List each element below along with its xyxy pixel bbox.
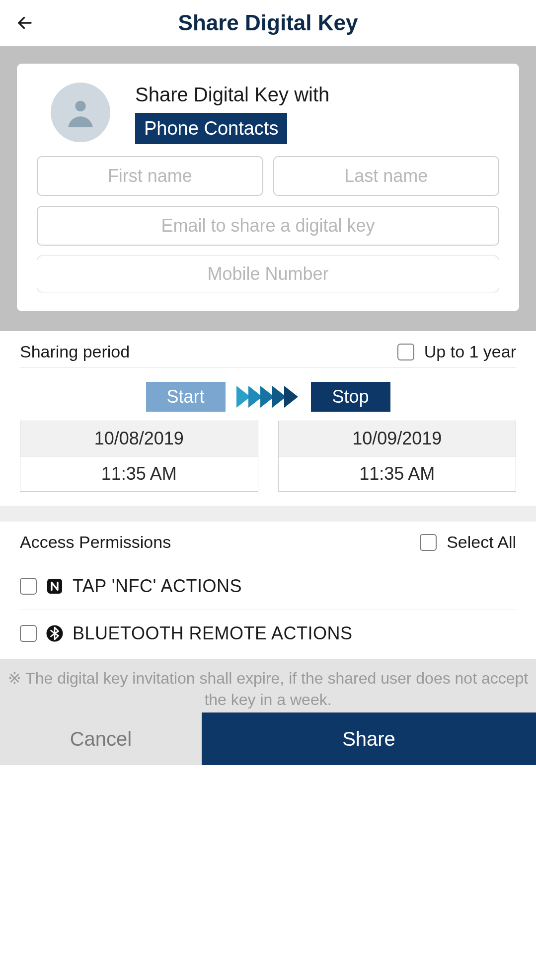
svg-point-1 xyxy=(75,101,85,111)
chevron-arrows-icon xyxy=(238,386,298,408)
bluetooth-label: BLUETOOTH REMOTE ACTIONS xyxy=(73,623,352,644)
mobile-input[interactable] xyxy=(37,256,499,292)
share-button[interactable]: Share xyxy=(202,713,536,765)
permission-item-bluetooth: BLUETOOTH REMOTE ACTIONS xyxy=(20,610,516,659)
start-button[interactable]: Start xyxy=(146,382,226,412)
phone-contacts-button[interactable]: Phone Contacts xyxy=(135,113,287,144)
contact-section: Share Digital Key with Phone Contacts xyxy=(0,46,536,331)
stop-datetime[interactable]: 10/09/2019 11:35 AM xyxy=(278,421,517,492)
up-to-year-label: Up to 1 year xyxy=(424,342,516,361)
share-card: Share Digital Key with Phone Contacts xyxy=(17,64,519,311)
start-date: 10/08/2019 xyxy=(20,421,258,456)
cancel-button[interactable]: Cancel xyxy=(0,713,202,765)
sharing-period-section: Sharing period Up to 1 year Start Stop 1… xyxy=(0,331,536,506)
share-with-label: Share Digital Key with xyxy=(135,84,329,106)
email-input[interactable] xyxy=(37,206,499,246)
avatar-placeholder-icon xyxy=(51,83,110,142)
permission-item-nfc: TAP 'NFC' ACTIONS xyxy=(20,563,516,610)
expiry-note-text: ※ The digital key invitation shall expir… xyxy=(5,668,531,711)
footer-buttons: Cancel Share xyxy=(0,713,536,765)
bluetooth-checkbox[interactable] xyxy=(20,625,37,642)
section-divider xyxy=(0,506,536,522)
permissions-label: Access Permissions xyxy=(20,533,171,552)
header-bar: Share Digital Key xyxy=(0,0,536,46)
stop-button[interactable]: Stop xyxy=(311,382,390,412)
stop-date: 10/09/2019 xyxy=(279,421,516,456)
expiry-note-area: ※ The digital key invitation shall expir… xyxy=(0,659,536,713)
first-name-input[interactable] xyxy=(37,156,263,196)
start-time: 11:35 AM xyxy=(20,456,258,491)
nfc-icon xyxy=(45,576,65,596)
nfc-label: TAP 'NFC' ACTIONS xyxy=(73,576,242,597)
permissions-header: Access Permissions Select All xyxy=(0,522,536,563)
back-icon[interactable] xyxy=(15,13,35,33)
sharing-period-label: Sharing period xyxy=(20,342,130,361)
nfc-checkbox[interactable] xyxy=(20,578,37,595)
start-datetime[interactable]: 10/08/2019 11:35 AM xyxy=(20,421,258,492)
up-to-year-checkbox[interactable] xyxy=(397,344,414,360)
bluetooth-icon xyxy=(45,624,65,643)
permissions-list: TAP 'NFC' ACTIONS BLUETOOTH REMOTE ACTIO… xyxy=(0,563,536,659)
select-all-label: Select All xyxy=(447,533,516,552)
select-all-checkbox[interactable] xyxy=(420,534,437,551)
page-title: Share Digital Key xyxy=(0,10,536,35)
last-name-input[interactable] xyxy=(273,156,500,196)
stop-time: 11:35 AM xyxy=(279,456,516,491)
